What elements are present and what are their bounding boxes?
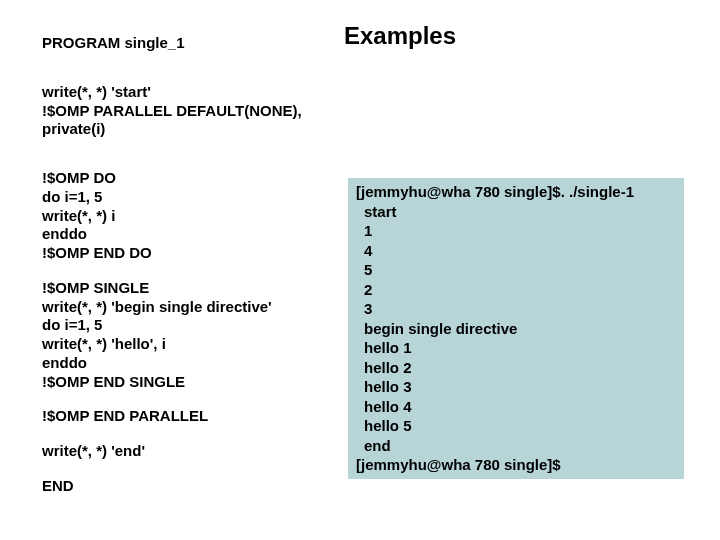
code-line: write(*, *) 'start': [42, 83, 342, 102]
output-line: hello 3: [356, 377, 676, 397]
code-line: write(*, *) 'end': [42, 442, 342, 461]
code-line: write(*, *) 'hello', i: [42, 335, 342, 354]
code-column: PROGRAM single_1 write(*, *) 'start' !$O…: [42, 34, 342, 512]
code-line: enddo: [42, 354, 342, 373]
output-line: hello 2: [356, 358, 676, 378]
slide: Examples PROGRAM single_1 write(*, *) 's…: [0, 0, 720, 540]
code-line: enddo: [42, 225, 342, 244]
output-line: hello 5: [356, 416, 676, 436]
code-line: !$OMP SINGLE: [42, 279, 342, 298]
slide-title: Examples: [344, 22, 456, 50]
code-line: !$OMP DO: [42, 169, 342, 188]
output-line: end: [356, 436, 676, 456]
output-line: [jemmyhu@wha 780 single]$: [356, 455, 676, 475]
code-line: PROGRAM single_1: [42, 34, 342, 53]
code-line: !$OMP PARALLEL DEFAULT(NONE),: [42, 102, 342, 121]
terminal-output: [jemmyhu@wha 780 single]$. ./single-1 st…: [348, 178, 684, 479]
output-line: 1: [356, 221, 676, 241]
output-line: hello 1: [356, 338, 676, 358]
output-line: hello 4: [356, 397, 676, 417]
code-line: !$OMP END DO: [42, 244, 342, 263]
output-line: begin single directive: [356, 319, 676, 339]
output-line: 4: [356, 241, 676, 261]
output-line: 3: [356, 299, 676, 319]
code-line: !$OMP END PARALLEL: [42, 407, 342, 426]
code-line: write(*, *) 'begin single directive': [42, 298, 342, 317]
output-line: 2: [356, 280, 676, 300]
code-line: !$OMP END SINGLE: [42, 373, 342, 392]
code-line: do i=1, 5: [42, 188, 342, 207]
output-line: 5: [356, 260, 676, 280]
output-line: [jemmyhu@wha 780 single]$. ./single-1: [356, 182, 676, 202]
code-line: write(*, *) i: [42, 207, 342, 226]
code-line: do i=1, 5: [42, 316, 342, 335]
output-line: start: [356, 202, 676, 222]
code-line: private(i): [42, 120, 342, 139]
code-line: END: [42, 477, 342, 496]
